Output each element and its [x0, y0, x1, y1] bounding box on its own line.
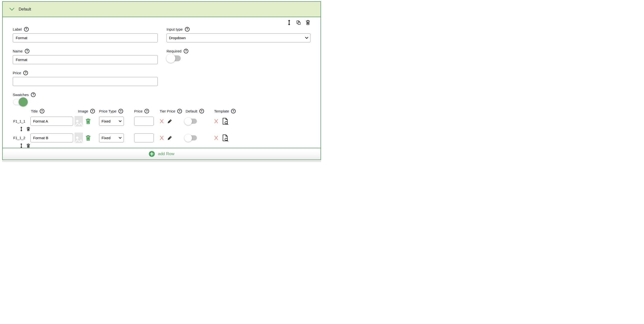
move-option-icon[interactable]	[20, 143, 23, 148]
col-tier-price-label: Tier Price	[160, 109, 175, 113]
col-default-label: Default	[186, 109, 198, 113]
chevron-down-icon[interactable]	[9, 7, 14, 11]
help-icon[interactable]: ?	[200, 109, 204, 113]
price-type-select[interactable]: Fixed	[99, 133, 124, 142]
col-title-label: Title	[31, 109, 38, 113]
label-field-group: Label ?	[13, 27, 158, 42]
accordion-title: Default	[19, 7, 31, 11]
price-field-group: Price ?	[13, 70, 158, 86]
required-field-group: Required ?	[166, 48, 310, 61]
accordion-header[interactable]: Default	[3, 2, 320, 17]
delete-option-icon[interactable]	[26, 127, 30, 131]
help-icon[interactable]: ?	[31, 92, 36, 97]
swatches-field-label: Swatches	[13, 93, 29, 97]
options-table-header: Title? Image? Price Type? Price? Tier Pr…	[13, 109, 310, 113]
required-toggle[interactable]	[167, 55, 181, 61]
add-row-button[interactable]: add Row	[3, 148, 320, 160]
option-price-input[interactable]	[134, 133, 154, 142]
duplicate-icon[interactable]	[295, 19, 301, 25]
tier-price-cell	[160, 119, 185, 123]
default-toggle[interactable]	[185, 119, 197, 124]
help-icon[interactable]: ?	[25, 49, 30, 53]
swatches-field-group: Swatches ?	[13, 92, 158, 105]
option-row: F1_1_2 Fixed	[13, 133, 310, 148]
price-field-label: Price	[13, 71, 21, 75]
name-field-label: Name	[13, 49, 22, 53]
delete-option-icon[interactable]	[26, 143, 30, 148]
remove-template-icon[interactable]	[214, 119, 218, 123]
options-table: Title? Image? Price Type? Price? Tier Pr…	[13, 109, 310, 148]
edit-tier-price-pencil-icon[interactable]	[168, 119, 172, 123]
label-input[interactable]	[13, 33, 158, 42]
help-icon[interactable]: ?	[184, 49, 188, 53]
col-image-label: Image	[78, 109, 88, 113]
option-row-id: F1_1_2	[13, 136, 30, 140]
input-type-field-group: Input type ? Dropdown	[166, 27, 310, 42]
help-icon[interactable]: ?	[40, 109, 44, 113]
name-field-group: Name ?	[13, 48, 158, 64]
col-price-label: Price	[134, 109, 142, 113]
image-upload-placeholder[interactable]	[74, 133, 83, 143]
help-icon[interactable]: ?	[185, 27, 190, 32]
remove-image-trash-icon[interactable]	[85, 118, 91, 124]
page-background-strip	[2, 161, 321, 162]
option-editor: Label ? Name ? Price ?	[3, 17, 320, 148]
tier-price-cell	[160, 136, 185, 140]
col-template-label: Template	[214, 109, 229, 113]
template-preview-icon[interactable]	[222, 118, 228, 125]
delete-icon[interactable]	[305, 19, 310, 25]
swatches-toggle[interactable]	[13, 99, 27, 105]
option-row-id: F1_1_1	[13, 119, 30, 123]
toggle-knob	[19, 97, 28, 107]
input-type-select[interactable]: Dropdown	[166, 33, 310, 42]
toggle-knob	[184, 117, 192, 125]
remove-tier-price-icon[interactable]	[160, 136, 164, 140]
move-vertical-icon[interactable]	[288, 19, 291, 25]
price-input[interactable]	[13, 77, 158, 86]
default-toggle[interactable]	[185, 135, 197, 140]
label-field-label: Label	[13, 27, 22, 31]
help-icon[interactable]: ?	[144, 109, 149, 113]
option-price-input[interactable]	[134, 117, 154, 126]
remove-template-icon[interactable]	[214, 136, 218, 140]
toggle-knob	[184, 134, 192, 142]
help-icon[interactable]: ?	[90, 109, 95, 113]
name-input[interactable]	[13, 55, 158, 64]
help-icon[interactable]: ?	[231, 109, 236, 113]
remove-image-trash-icon[interactable]	[85, 135, 91, 141]
option-row-actions	[13, 126, 30, 132]
required-field-label: Required	[166, 49, 182, 53]
plus-circle-icon	[149, 151, 155, 157]
template-cell	[214, 118, 295, 125]
help-icon[interactable]: ?	[177, 109, 182, 113]
option-panel: Default	[2, 1, 321, 160]
option-row-actions	[13, 143, 30, 148]
help-icon[interactable]: ?	[23, 71, 28, 75]
toggle-knob	[166, 54, 175, 63]
help-icon[interactable]: ?	[24, 27, 29, 32]
section-toolbar	[13, 17, 310, 25]
help-icon[interactable]: ?	[118, 109, 123, 113]
option-title-input[interactable]	[30, 117, 73, 126]
option-row: F1_1_1 Fixed	[13, 116, 310, 132]
image-upload-placeholder[interactable]	[74, 116, 83, 126]
fields-grid: Label ? Name ? Price ?	[13, 27, 310, 105]
option-title-input[interactable]	[30, 133, 73, 142]
add-row-label: add Row	[158, 151, 174, 156]
input-type-field-label: Input type	[166, 27, 183, 31]
remove-tier-price-icon[interactable]	[160, 119, 164, 123]
price-type-select[interactable]: Fixed	[99, 117, 124, 126]
move-option-icon[interactable]	[20, 126, 23, 132]
template-cell	[214, 134, 295, 142]
edit-tier-price-pencil-icon[interactable]	[168, 136, 172, 140]
template-preview-icon[interactable]	[222, 134, 228, 142]
col-price-type-label: Price Type	[99, 109, 116, 113]
